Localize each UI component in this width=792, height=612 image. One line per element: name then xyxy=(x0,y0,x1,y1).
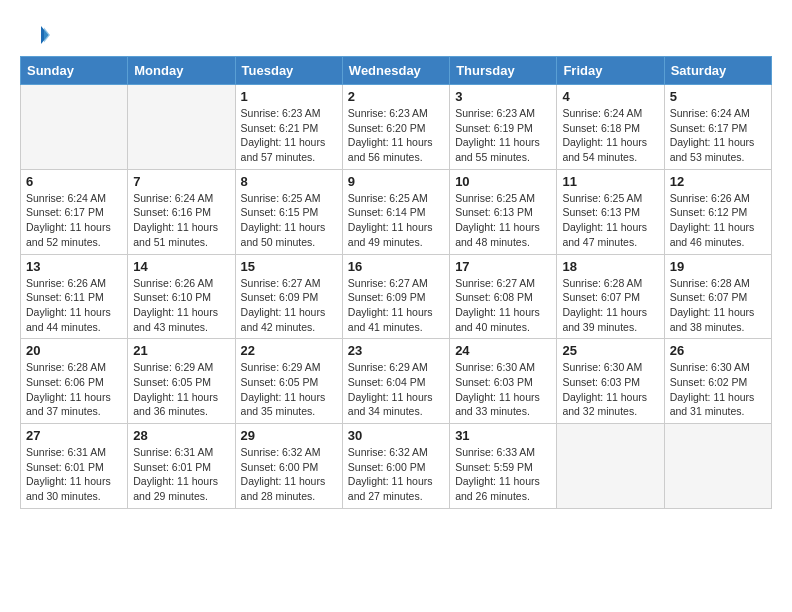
day-number: 12 xyxy=(670,174,766,189)
day-number: 31 xyxy=(455,428,551,443)
day-number: 25 xyxy=(562,343,658,358)
calendar-cell: 14Sunrise: 6:26 AMSunset: 6:10 PMDayligh… xyxy=(128,254,235,339)
calendar-cell: 11Sunrise: 6:25 AMSunset: 6:13 PMDayligh… xyxy=(557,169,664,254)
calendar-cell: 6Sunrise: 6:24 AMSunset: 6:17 PMDaylight… xyxy=(21,169,128,254)
header xyxy=(20,16,772,50)
calendar-cell xyxy=(128,85,235,170)
day-info: Sunrise: 6:25 AMSunset: 6:13 PMDaylight:… xyxy=(562,191,658,250)
calendar-cell: 24Sunrise: 6:30 AMSunset: 6:03 PMDayligh… xyxy=(450,339,557,424)
calendar-header-monday: Monday xyxy=(128,57,235,85)
day-info: Sunrise: 6:30 AMSunset: 6:03 PMDaylight:… xyxy=(455,360,551,419)
calendar-header-tuesday: Tuesday xyxy=(235,57,342,85)
day-number: 10 xyxy=(455,174,551,189)
calendar-week-5: 27Sunrise: 6:31 AMSunset: 6:01 PMDayligh… xyxy=(21,424,772,509)
day-number: 14 xyxy=(133,259,229,274)
calendar-week-2: 6Sunrise: 6:24 AMSunset: 6:17 PMDaylight… xyxy=(21,169,772,254)
day-number: 2 xyxy=(348,89,444,104)
calendar-header-row: SundayMondayTuesdayWednesdayThursdayFrid… xyxy=(21,57,772,85)
day-info: Sunrise: 6:26 AMSunset: 6:11 PMDaylight:… xyxy=(26,276,122,335)
calendar-cell xyxy=(557,424,664,509)
calendar-cell: 19Sunrise: 6:28 AMSunset: 6:07 PMDayligh… xyxy=(664,254,771,339)
day-number: 17 xyxy=(455,259,551,274)
day-number: 5 xyxy=(670,89,766,104)
calendar-cell: 9Sunrise: 6:25 AMSunset: 6:14 PMDaylight… xyxy=(342,169,449,254)
day-number: 27 xyxy=(26,428,122,443)
calendar-cell: 7Sunrise: 6:24 AMSunset: 6:16 PMDaylight… xyxy=(128,169,235,254)
day-info: Sunrise: 6:24 AMSunset: 6:18 PMDaylight:… xyxy=(562,106,658,165)
calendar-cell: 10Sunrise: 6:25 AMSunset: 6:13 PMDayligh… xyxy=(450,169,557,254)
calendar-cell: 31Sunrise: 6:33 AMSunset: 5:59 PMDayligh… xyxy=(450,424,557,509)
calendar-header-friday: Friday xyxy=(557,57,664,85)
day-info: Sunrise: 6:25 AMSunset: 6:14 PMDaylight:… xyxy=(348,191,444,250)
calendar-cell: 3Sunrise: 6:23 AMSunset: 6:19 PMDaylight… xyxy=(450,85,557,170)
day-info: Sunrise: 6:28 AMSunset: 6:07 PMDaylight:… xyxy=(562,276,658,335)
day-number: 22 xyxy=(241,343,337,358)
day-info: Sunrise: 6:30 AMSunset: 6:03 PMDaylight:… xyxy=(562,360,658,419)
calendar-cell: 17Sunrise: 6:27 AMSunset: 6:08 PMDayligh… xyxy=(450,254,557,339)
day-number: 13 xyxy=(26,259,122,274)
calendar-cell: 26Sunrise: 6:30 AMSunset: 6:02 PMDayligh… xyxy=(664,339,771,424)
day-info: Sunrise: 6:26 AMSunset: 6:12 PMDaylight:… xyxy=(670,191,766,250)
calendar-header-thursday: Thursday xyxy=(450,57,557,85)
calendar-cell: 12Sunrise: 6:26 AMSunset: 6:12 PMDayligh… xyxy=(664,169,771,254)
day-info: Sunrise: 6:30 AMSunset: 6:02 PMDaylight:… xyxy=(670,360,766,419)
logo-icon xyxy=(20,20,50,50)
day-number: 29 xyxy=(241,428,337,443)
calendar-cell xyxy=(664,424,771,509)
calendar-cell: 15Sunrise: 6:27 AMSunset: 6:09 PMDayligh… xyxy=(235,254,342,339)
calendar-header-saturday: Saturday xyxy=(664,57,771,85)
day-number: 3 xyxy=(455,89,551,104)
calendar-cell: 28Sunrise: 6:31 AMSunset: 6:01 PMDayligh… xyxy=(128,424,235,509)
day-number: 18 xyxy=(562,259,658,274)
day-number: 23 xyxy=(348,343,444,358)
calendar-cell: 29Sunrise: 6:32 AMSunset: 6:00 PMDayligh… xyxy=(235,424,342,509)
day-number: 30 xyxy=(348,428,444,443)
logo xyxy=(20,20,54,50)
day-info: Sunrise: 6:32 AMSunset: 6:00 PMDaylight:… xyxy=(348,445,444,504)
day-number: 28 xyxy=(133,428,229,443)
day-info: Sunrise: 6:32 AMSunset: 6:00 PMDaylight:… xyxy=(241,445,337,504)
day-number: 24 xyxy=(455,343,551,358)
day-info: Sunrise: 6:24 AMSunset: 6:17 PMDaylight:… xyxy=(26,191,122,250)
day-info: Sunrise: 6:31 AMSunset: 6:01 PMDaylight:… xyxy=(26,445,122,504)
day-info: Sunrise: 6:24 AMSunset: 6:17 PMDaylight:… xyxy=(670,106,766,165)
calendar-header-wednesday: Wednesday xyxy=(342,57,449,85)
day-info: Sunrise: 6:27 AMSunset: 6:09 PMDaylight:… xyxy=(241,276,337,335)
day-number: 20 xyxy=(26,343,122,358)
calendar-cell: 23Sunrise: 6:29 AMSunset: 6:04 PMDayligh… xyxy=(342,339,449,424)
day-number: 8 xyxy=(241,174,337,189)
day-info: Sunrise: 6:29 AMSunset: 6:05 PMDaylight:… xyxy=(241,360,337,419)
calendar-cell: 16Sunrise: 6:27 AMSunset: 6:09 PMDayligh… xyxy=(342,254,449,339)
day-number: 19 xyxy=(670,259,766,274)
svg-marker-1 xyxy=(44,28,50,43)
day-info: Sunrise: 6:26 AMSunset: 6:10 PMDaylight:… xyxy=(133,276,229,335)
calendar-cell: 21Sunrise: 6:29 AMSunset: 6:05 PMDayligh… xyxy=(128,339,235,424)
calendar-cell: 4Sunrise: 6:24 AMSunset: 6:18 PMDaylight… xyxy=(557,85,664,170)
day-number: 4 xyxy=(562,89,658,104)
calendar-cell: 5Sunrise: 6:24 AMSunset: 6:17 PMDaylight… xyxy=(664,85,771,170)
day-info: Sunrise: 6:27 AMSunset: 6:09 PMDaylight:… xyxy=(348,276,444,335)
calendar-cell: 25Sunrise: 6:30 AMSunset: 6:03 PMDayligh… xyxy=(557,339,664,424)
day-number: 1 xyxy=(241,89,337,104)
day-number: 7 xyxy=(133,174,229,189)
day-info: Sunrise: 6:24 AMSunset: 6:16 PMDaylight:… xyxy=(133,191,229,250)
day-info: Sunrise: 6:27 AMSunset: 6:08 PMDaylight:… xyxy=(455,276,551,335)
day-number: 11 xyxy=(562,174,658,189)
calendar-cell: 18Sunrise: 6:28 AMSunset: 6:07 PMDayligh… xyxy=(557,254,664,339)
day-info: Sunrise: 6:29 AMSunset: 6:04 PMDaylight:… xyxy=(348,360,444,419)
day-info: Sunrise: 6:28 AMSunset: 6:06 PMDaylight:… xyxy=(26,360,122,419)
calendar-cell: 27Sunrise: 6:31 AMSunset: 6:01 PMDayligh… xyxy=(21,424,128,509)
day-number: 15 xyxy=(241,259,337,274)
day-info: Sunrise: 6:25 AMSunset: 6:15 PMDaylight:… xyxy=(241,191,337,250)
day-number: 9 xyxy=(348,174,444,189)
calendar-header-sunday: Sunday xyxy=(21,57,128,85)
calendar-cell: 8Sunrise: 6:25 AMSunset: 6:15 PMDaylight… xyxy=(235,169,342,254)
calendar-week-3: 13Sunrise: 6:26 AMSunset: 6:11 PMDayligh… xyxy=(21,254,772,339)
calendar-cell: 2Sunrise: 6:23 AMSunset: 6:20 PMDaylight… xyxy=(342,85,449,170)
day-number: 21 xyxy=(133,343,229,358)
day-info: Sunrise: 6:29 AMSunset: 6:05 PMDaylight:… xyxy=(133,360,229,419)
day-info: Sunrise: 6:33 AMSunset: 5:59 PMDaylight:… xyxy=(455,445,551,504)
calendar-container: SundayMondayTuesdayWednesdayThursdayFrid… xyxy=(0,0,792,525)
calendar-week-1: 1Sunrise: 6:23 AMSunset: 6:21 PMDaylight… xyxy=(21,85,772,170)
calendar-table: SundayMondayTuesdayWednesdayThursdayFrid… xyxy=(20,56,772,509)
